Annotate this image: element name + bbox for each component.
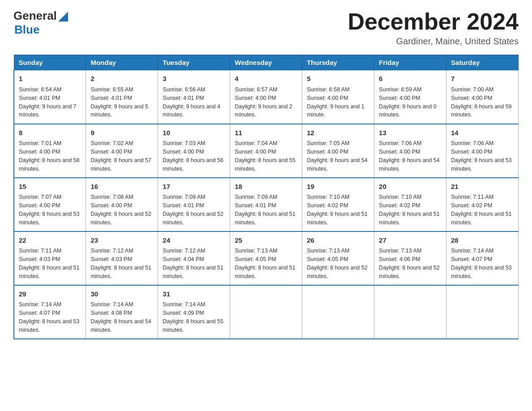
day-number: 21 — [451, 182, 514, 192]
day-number: 12 — [307, 128, 369, 138]
day-number: 13 — [379, 128, 442, 138]
day-number: 24 — [163, 235, 225, 245]
calendar-cell — [230, 285, 302, 339]
day-number: 2 — [90, 74, 153, 84]
day-number: 31 — [163, 289, 225, 299]
day-info: Sunrise: 7:10 AMSunset: 4:02 PMDaylight:… — [307, 194, 368, 226]
calendar-header: SundayMondayTuesdayWednesdayThursdayFrid… — [14, 55, 519, 70]
day-info: Sunrise: 7:10 AMSunset: 4:02 PMDaylight:… — [379, 194, 440, 226]
day-info: Sunrise: 7:09 AMSunset: 4:01 PMDaylight:… — [163, 194, 223, 226]
day-info: Sunrise: 7:14 AMSunset: 4:07 PMDaylight:… — [451, 248, 512, 279]
calendar-cell: 12Sunrise: 7:05 AMSunset: 4:00 PMDayligh… — [302, 124, 374, 178]
calendar-cell: 23Sunrise: 7:12 AMSunset: 4:03 PMDayligh… — [86, 231, 158, 285]
calendar-week-row: 1Sunrise: 6:54 AMSunset: 4:01 PMDaylight… — [14, 70, 519, 124]
calendar-cell: 19Sunrise: 7:10 AMSunset: 4:02 PMDayligh… — [302, 178, 374, 231]
weekday-header-monday: Monday — [86, 55, 158, 70]
day-info: Sunrise: 7:07 AMSunset: 4:00 PMDaylight:… — [19, 194, 80, 226]
day-number: 15 — [19, 182, 81, 192]
day-info: Sunrise: 6:58 AMSunset: 4:00 PMDaylight:… — [307, 86, 365, 118]
day-info: Sunrise: 7:02 AMSunset: 4:00 PMDaylight:… — [90, 140, 151, 172]
svg-marker-0 — [58, 12, 68, 21]
weekday-header-sunday: Sunday — [14, 55, 86, 70]
calendar-cell: 25Sunrise: 7:13 AMSunset: 4:05 PMDayligh… — [230, 231, 302, 285]
day-info: Sunrise: 7:00 AMSunset: 4:00 PMDaylight:… — [451, 86, 512, 118]
logo-triangle-icon — [58, 12, 68, 21]
day-number: 28 — [451, 235, 514, 245]
logo-general: General — [13, 9, 57, 23]
calendar-week-row: 22Sunrise: 7:11 AMSunset: 4:03 PMDayligh… — [14, 231, 519, 285]
day-number: 7 — [451, 74, 514, 84]
day-info: Sunrise: 7:12 AMSunset: 4:03 PMDaylight:… — [90, 248, 151, 279]
day-number: 29 — [19, 289, 81, 299]
day-info: Sunrise: 7:13 AMSunset: 4:05 PMDaylight:… — [307, 248, 368, 279]
calendar-cell: 1Sunrise: 6:54 AMSunset: 4:01 PMDaylight… — [14, 70, 86, 124]
weekday-header-tuesday: Tuesday — [158, 55, 230, 70]
day-info: Sunrise: 6:59 AMSunset: 4:00 PMDaylight:… — [379, 86, 437, 118]
day-info: Sunrise: 7:14 AMSunset: 4:07 PMDaylight:… — [19, 301, 80, 333]
weekday-header-wednesday: Wednesday — [230, 55, 302, 70]
calendar-body: 1Sunrise: 6:54 AMSunset: 4:01 PMDaylight… — [14, 70, 519, 339]
calendar-cell: 22Sunrise: 7:11 AMSunset: 4:03 PMDayligh… — [14, 231, 86, 285]
day-number: 4 — [235, 74, 297, 84]
page-header: General Blue December 2024 Gardiner, Mai… — [13, 9, 519, 47]
calendar-cell: 13Sunrise: 7:06 AMSunset: 4:00 PMDayligh… — [374, 124, 446, 178]
day-info: Sunrise: 7:01 AMSunset: 4:00 PMDaylight:… — [19, 140, 80, 172]
calendar-cell: 31Sunrise: 7:14 AMSunset: 4:09 PMDayligh… — [158, 285, 230, 339]
day-number: 3 — [163, 74, 225, 84]
calendar-week-row: 8Sunrise: 7:01 AMSunset: 4:00 PMDaylight… — [14, 124, 519, 178]
calendar-table: SundayMondayTuesdayWednesdayThursdayFrid… — [13, 55, 519, 339]
day-info: Sunrise: 7:13 AMSunset: 4:06 PMDaylight:… — [379, 248, 440, 279]
calendar-cell: 17Sunrise: 7:09 AMSunset: 4:01 PMDayligh… — [158, 178, 230, 231]
calendar-cell: 21Sunrise: 7:11 AMSunset: 4:02 PMDayligh… — [446, 178, 519, 231]
weekday-header-saturday: Saturday — [446, 55, 519, 70]
calendar-cell: 15Sunrise: 7:07 AMSunset: 4:00 PMDayligh… — [14, 178, 86, 231]
day-number: 26 — [307, 235, 369, 245]
logo: General Blue — [13, 9, 68, 37]
day-info: Sunrise: 6:54 AMSunset: 4:01 PMDaylight:… — [19, 86, 77, 118]
weekday-header-thursday: Thursday — [302, 55, 374, 70]
calendar-cell: 26Sunrise: 7:13 AMSunset: 4:05 PMDayligh… — [302, 231, 374, 285]
day-info: Sunrise: 6:55 AMSunset: 4:01 PMDaylight:… — [90, 86, 148, 118]
calendar-cell: 20Sunrise: 7:10 AMSunset: 4:02 PMDayligh… — [374, 178, 446, 231]
day-info: Sunrise: 7:05 AMSunset: 4:00 PMDaylight:… — [307, 140, 368, 172]
calendar-week-row: 29Sunrise: 7:14 AMSunset: 4:07 PMDayligh… — [14, 285, 519, 339]
calendar-cell: 30Sunrise: 7:14 AMSunset: 4:08 PMDayligh… — [86, 285, 158, 339]
calendar-cell: 6Sunrise: 6:59 AMSunset: 4:00 PMDaylight… — [374, 70, 446, 124]
calendar-cell: 14Sunrise: 7:06 AMSunset: 4:00 PMDayligh… — [446, 124, 519, 178]
calendar-cell: 2Sunrise: 6:55 AMSunset: 4:01 PMDaylight… — [86, 70, 158, 124]
day-info: Sunrise: 7:14 AMSunset: 4:09 PMDaylight:… — [163, 301, 223, 333]
calendar-cell: 5Sunrise: 6:58 AMSunset: 4:00 PMDaylight… — [302, 70, 374, 124]
calendar-cell — [374, 285, 446, 339]
day-number: 10 — [163, 128, 225, 138]
calendar-cell: 27Sunrise: 7:13 AMSunset: 4:06 PMDayligh… — [374, 231, 446, 285]
day-info: Sunrise: 7:06 AMSunset: 4:00 PMDaylight:… — [451, 140, 512, 172]
calendar-cell: 28Sunrise: 7:14 AMSunset: 4:07 PMDayligh… — [446, 231, 519, 285]
calendar-cell: 18Sunrise: 7:09 AMSunset: 4:01 PMDayligh… — [230, 178, 302, 231]
day-info: Sunrise: 7:06 AMSunset: 4:00 PMDaylight:… — [379, 140, 440, 172]
day-number: 30 — [90, 289, 153, 299]
day-info: Sunrise: 7:14 AMSunset: 4:08 PMDaylight:… — [90, 301, 151, 333]
day-number: 19 — [307, 182, 369, 192]
day-number: 17 — [163, 182, 225, 192]
day-number: 20 — [379, 182, 442, 192]
day-number: 14 — [451, 128, 514, 138]
title-section: December 2024 Gardiner, Maine, United St… — [348, 9, 519, 47]
day-number: 18 — [235, 182, 297, 192]
day-info: Sunrise: 6:56 AMSunset: 4:01 PMDaylight:… — [163, 86, 220, 118]
month-title: December 2024 — [348, 9, 519, 34]
calendar-week-row: 15Sunrise: 7:07 AMSunset: 4:00 PMDayligh… — [14, 178, 519, 231]
day-info: Sunrise: 7:11 AMSunset: 4:03 PMDaylight:… — [19, 248, 80, 279]
calendar-cell: 24Sunrise: 7:12 AMSunset: 4:04 PMDayligh… — [158, 231, 230, 285]
day-info: Sunrise: 7:08 AMSunset: 4:00 PMDaylight:… — [90, 194, 151, 226]
day-number: 11 — [235, 128, 297, 138]
day-info: Sunrise: 7:03 AMSunset: 4:00 PMDaylight:… — [163, 140, 223, 172]
day-info: Sunrise: 6:57 AMSunset: 4:00 PMDaylight:… — [235, 86, 292, 118]
day-number: 8 — [19, 128, 81, 138]
calendar-cell — [302, 285, 374, 339]
day-info: Sunrise: 7:04 AMSunset: 4:00 PMDaylight:… — [235, 140, 296, 172]
day-info: Sunrise: 7:13 AMSunset: 4:05 PMDaylight:… — [235, 248, 296, 279]
calendar-cell — [446, 285, 519, 339]
day-number: 16 — [90, 182, 153, 192]
day-number: 23 — [90, 235, 153, 245]
calendar-cell: 9Sunrise: 7:02 AMSunset: 4:00 PMDaylight… — [86, 124, 158, 178]
